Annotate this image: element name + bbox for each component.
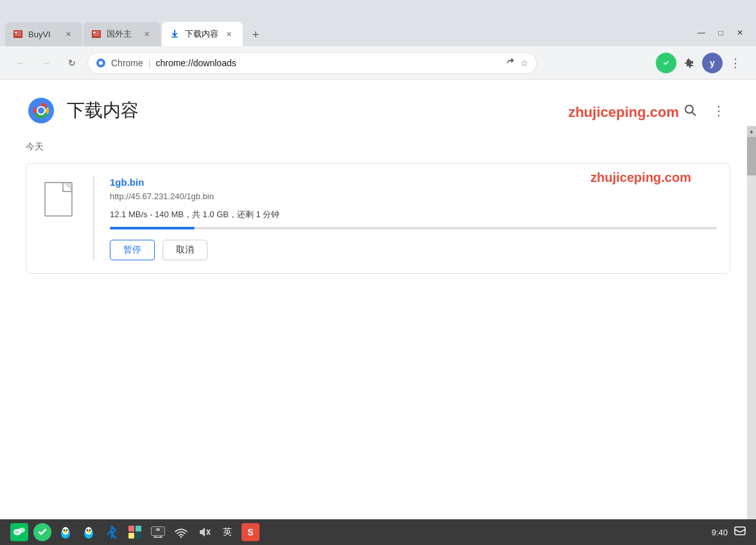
bookmark-button[interactable]: ☆ bbox=[520, 58, 529, 68]
svg-point-31 bbox=[87, 530, 89, 532]
page-title: 下载内容 bbox=[67, 98, 139, 123]
pause-button[interactable]: 暂停 bbox=[110, 240, 155, 260]
download-card: zhujiceping.com 1gb.bin http://45.67.231… bbox=[26, 163, 730, 274]
shield-extension[interactable] bbox=[656, 53, 676, 73]
svg-point-21 bbox=[19, 528, 25, 533]
section-today-label: 今天 bbox=[0, 136, 756, 158]
page-content: 下载内容 ⋮ zhujiceping.com 今天 bbox=[0, 80, 756, 519]
svg-rect-4 bbox=[15, 34, 21, 35]
svg-rect-7 bbox=[93, 31, 96, 33]
svg-rect-39 bbox=[152, 527, 164, 535]
scrollbar: ▲ ▼ bbox=[747, 126, 756, 545]
svg-point-26 bbox=[64, 530, 66, 532]
menu-button[interactable]: ⋮ bbox=[725, 53, 746, 73]
new-tab-button[interactable]: + bbox=[247, 26, 265, 44]
site-label: Chrome bbox=[111, 58, 143, 68]
tab-3-favicon bbox=[170, 29, 180, 39]
tab-2-favicon bbox=[91, 29, 101, 39]
header-actions: ⋮ bbox=[679, 99, 730, 122]
profile-button[interactable]: y bbox=[702, 53, 723, 73]
tab-3[interactable]: 下载内容 ✕ bbox=[162, 22, 243, 46]
minimize-button[interactable]: — bbox=[693, 24, 710, 41]
file-icon bbox=[44, 182, 73, 217]
svg-rect-11 bbox=[93, 35, 100, 36]
download-url: http://45.67.231.240/1gb.bin bbox=[110, 192, 717, 201]
tab-3-title: 下载内容 bbox=[185, 28, 218, 40]
taskbar-color-palette[interactable] bbox=[126, 523, 144, 541]
address-text: chrome://downloads bbox=[155, 58, 500, 68]
svg-point-44 bbox=[180, 536, 182, 538]
reload-button[interactable]: ↻ bbox=[62, 53, 82, 73]
taskbar-check-app[interactable] bbox=[33, 523, 51, 541]
svg-point-17 bbox=[38, 107, 44, 114]
taskbar-qq2[interactable] bbox=[80, 523, 98, 541]
notification-button[interactable] bbox=[734, 525, 746, 539]
svg-rect-2 bbox=[18, 31, 21, 32]
share-button[interactable] bbox=[505, 57, 515, 69]
chrome-logo bbox=[26, 95, 57, 126]
svg-point-30 bbox=[85, 527, 92, 535]
svg-point-22 bbox=[15, 532, 17, 533]
taskbar-time: 9:40 bbox=[712, 528, 728, 537]
tab-1-close[interactable]: ✕ bbox=[62, 28, 75, 40]
taskbar-right: 9:40 bbox=[712, 525, 746, 539]
maximize-button[interactable]: □ bbox=[712, 24, 729, 41]
svg-line-19 bbox=[692, 112, 696, 116]
close-button[interactable]: ✕ bbox=[732, 24, 748, 41]
svg-rect-10 bbox=[93, 34, 100, 35]
toolbar-right: y ⋮ bbox=[656, 53, 746, 73]
back-button[interactable]: ← bbox=[10, 53, 31, 73]
search-downloads-button[interactable] bbox=[679, 99, 702, 122]
svg-point-28 bbox=[64, 532, 67, 533]
svg-point-18 bbox=[685, 105, 693, 113]
watermark-overlay: zhujiceping.com bbox=[590, 170, 691, 185]
more-options-button[interactable]: ⋮ bbox=[707, 99, 730, 122]
card-divider bbox=[93, 177, 94, 260]
taskbar-display[interactable] bbox=[149, 523, 167, 541]
tab-1-title: BuyVI bbox=[28, 30, 58, 39]
svg-rect-12 bbox=[171, 37, 178, 38]
address-bar[interactable]: Chrome | chrome://downloads ☆ bbox=[87, 52, 537, 74]
svg-rect-40 bbox=[156, 528, 160, 531]
tab-1[interactable]: BuyVI ✕ bbox=[5, 22, 82, 46]
progress-bar-container bbox=[110, 227, 717, 229]
scroll-track bbox=[747, 137, 756, 545]
cancel-button[interactable]: 取消 bbox=[163, 240, 207, 260]
svg-rect-37 bbox=[136, 533, 141, 539]
title-bar: BuyVI ✕ 国外主 ✕ bbox=[0, 0, 756, 46]
svg-point-25 bbox=[62, 527, 69, 535]
tab-2-close[interactable]: ✕ bbox=[140, 28, 153, 40]
taskbar: 英 S 9:40 bbox=[0, 519, 756, 545]
scroll-up-button[interactable]: ▲ bbox=[747, 126, 756, 137]
taskbar-input-method[interactable]: 英 bbox=[218, 523, 236, 541]
file-icon-area bbox=[39, 177, 78, 222]
svg-point-14 bbox=[99, 61, 103, 65]
svg-rect-1 bbox=[15, 31, 17, 33]
extensions-button[interactable] bbox=[679, 53, 699, 73]
taskbar-wifi[interactable] bbox=[172, 523, 190, 541]
svg-point-33 bbox=[87, 532, 91, 533]
svg-rect-35 bbox=[136, 526, 141, 532]
taskbar-bluetooth[interactable] bbox=[103, 523, 121, 541]
tab-strip: BuyVI ✕ 国外主 ✕ bbox=[0, 0, 693, 46]
downloads-header: 下载内容 ⋮ bbox=[0, 80, 756, 136]
taskbar-sound[interactable] bbox=[195, 523, 213, 541]
svg-rect-5 bbox=[15, 35, 21, 36]
download-progress-text: 12.1 MB/s - 140 MB，共 1.0 GB，还剩 1 分钟 bbox=[110, 209, 717, 220]
svg-point-27 bbox=[66, 530, 68, 532]
taskbar-sogou[interactable]: S bbox=[242, 523, 259, 541]
tab-3-close[interactable]: ✕ bbox=[222, 28, 235, 40]
forward-button[interactable]: → bbox=[36, 53, 57, 73]
download-info: zhujiceping.com 1gb.bin http://45.67.231… bbox=[110, 177, 717, 260]
svg-rect-8 bbox=[96, 31, 100, 32]
svg-point-32 bbox=[89, 530, 91, 532]
svg-rect-9 bbox=[96, 33, 100, 33]
address-separator: | bbox=[148, 58, 151, 68]
tab-1-favicon bbox=[13, 29, 23, 39]
taskbar-qq1[interactable] bbox=[57, 523, 75, 541]
scroll-thumb[interactable] bbox=[747, 137, 756, 175]
taskbar-wechat[interactable] bbox=[10, 523, 28, 541]
svg-rect-3 bbox=[18, 33, 21, 33]
tab-2[interactable]: 国外主 ✕ bbox=[84, 22, 161, 46]
window-controls: — □ ✕ bbox=[693, 24, 756, 46]
